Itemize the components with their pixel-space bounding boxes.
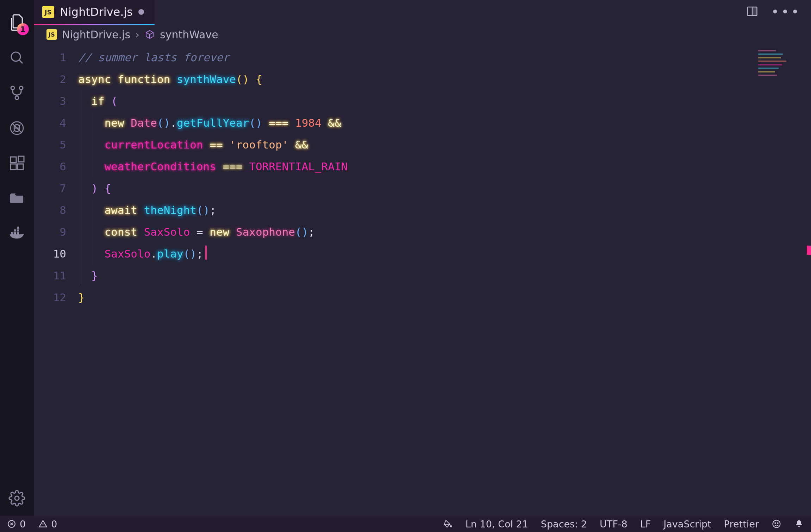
tab-active-underline	[34, 24, 155, 25]
errors-count: 0	[20, 519, 26, 530]
status-bar: 0 0 Ln 10, Col 21 Spaces: 2 UTF-8 LF Jav…	[0, 516, 811, 532]
js-file-icon: JS	[42, 6, 54, 18]
activity-folders[interactable]	[0, 181, 34, 216]
activity-run-debug[interactable]	[0, 110, 34, 146]
svg-point-20	[775, 523, 775, 524]
svg-rect-13	[17, 229, 19, 232]
warning-icon	[38, 519, 48, 528]
svg-point-3	[15, 96, 19, 100]
svg-point-2	[19, 86, 23, 90]
paint-bucket-icon	[443, 519, 453, 529]
explorer-badge: 1	[17, 23, 29, 35]
svg-rect-11	[17, 232, 19, 234]
code-line[interactable]: 7 ) {	[34, 177, 811, 199]
breadcrumb-file[interactable]: NightDrive.js	[62, 28, 130, 41]
line-number: 12	[34, 286, 78, 308]
svg-rect-7	[18, 164, 23, 170]
activity-settings[interactable]	[0, 481, 34, 516]
line-number: 3	[34, 90, 78, 112]
line-number: 10	[34, 243, 78, 265]
debug-disabled-icon	[8, 120, 25, 137]
code-content: }	[78, 265, 811, 286]
split-editor-icon	[746, 5, 759, 18]
gear-icon	[8, 490, 25, 507]
code-content: const SaxSolo = new Saxophone();	[78, 221, 811, 243]
chevron-right-icon: ›	[135, 28, 139, 41]
symbol-method-icon	[144, 29, 155, 40]
warnings-count: 0	[51, 519, 57, 530]
code-content: if (	[78, 90, 811, 112]
svg-point-15	[15, 496, 19, 500]
source-control-icon	[8, 84, 25, 101]
line-number: 11	[34, 265, 78, 286]
code-line[interactable]: 4 new Date().getFullYear() === 1984 &&	[34, 112, 811, 134]
tab-nightdrive[interactable]: JS NightDrive.js	[34, 0, 155, 24]
svg-rect-5	[11, 157, 16, 163]
activity-explorer[interactable]: 1	[0, 5, 34, 40]
code-line[interactable]: 1// summer lasts forever	[34, 46, 811, 68]
breadcrumb-symbol[interactable]: synthWave	[160, 28, 218, 41]
code-content: currentLocation == 'rooftop' &&	[78, 134, 811, 156]
svg-rect-17	[753, 8, 756, 15]
svg-rect-10	[14, 232, 16, 234]
code-line[interactable]: 3 if (	[34, 90, 811, 112]
svg-rect-8	[18, 156, 24, 162]
status-spaces[interactable]: Spaces: 2	[541, 519, 587, 530]
svg-point-21	[777, 523, 778, 524]
breadcrumb[interactable]: JS NightDrive.js › synthWave	[34, 24, 811, 45]
svg-point-1	[11, 86, 14, 90]
code-line[interactable]: 2async function synthWave() {	[34, 68, 811, 90]
line-number: 2	[34, 68, 78, 90]
split-editor-button[interactable]	[746, 5, 759, 19]
activity-search[interactable]	[0, 40, 34, 75]
extensions-icon	[8, 155, 25, 172]
code-line[interactable]: 8 await theNight();	[34, 199, 811, 221]
status-encoding[interactable]: UTF-8	[600, 519, 628, 530]
line-number: 6	[34, 156, 78, 177]
status-warnings[interactable]: 0	[38, 519, 57, 530]
code-line[interactable]: 11 }	[34, 265, 811, 286]
status-formatter[interactable]: Prettier	[724, 519, 759, 530]
error-icon	[7, 519, 16, 528]
code-line[interactable]: 9 const SaxSolo = new Saxophone();	[34, 221, 811, 243]
docker-icon	[8, 225, 25, 242]
modified-indicator-icon	[138, 9, 144, 15]
status-feedback[interactable]	[772, 519, 781, 529]
svg-point-0	[11, 52, 20, 61]
code-line[interactable]: 10 SaxSolo.play();	[34, 243, 811, 265]
code-line[interactable]: 6 weatherConditions === TORRENTIAL_RAIN	[34, 156, 811, 177]
svg-rect-12	[14, 229, 16, 232]
activity-extensions[interactable]	[0, 146, 34, 181]
js-file-icon: JS	[46, 29, 57, 40]
line-number: 1	[34, 46, 78, 68]
tab-label: NightDrive.js	[60, 5, 133, 19]
activity-bar: 1	[0, 0, 34, 516]
activity-docker[interactable]	[0, 216, 34, 251]
line-number: 4	[34, 112, 78, 134]
line-number: 9	[34, 221, 78, 243]
status-language[interactable]: JavaScript	[663, 519, 711, 530]
smiley-icon	[772, 519, 781, 529]
code-content: }	[78, 286, 811, 308]
editor-more-button[interactable]: •••	[771, 4, 801, 20]
status-notifications[interactable]	[794, 519, 804, 529]
more-icon: •••	[771, 4, 801, 20]
svg-rect-9	[11, 232, 13, 234]
activity-source-control[interactable]	[0, 75, 34, 110]
status-color-theme[interactable]	[443, 519, 453, 529]
line-number: 8	[34, 199, 78, 221]
text-cursor	[205, 246, 207, 260]
code-line[interactable]: 12}	[34, 286, 811, 308]
search-icon	[8, 49, 25, 66]
bell-icon	[794, 519, 804, 529]
status-lncol[interactable]: Ln 10, Col 21	[466, 519, 528, 530]
line-number: 5	[34, 134, 78, 156]
status-errors[interactable]: 0	[7, 519, 26, 530]
code-editor[interactable]: 1// summer lasts forever2async function …	[34, 45, 811, 516]
status-eol[interactable]: LF	[640, 519, 651, 530]
svg-point-19	[773, 520, 780, 528]
line-number: 7	[34, 177, 78, 199]
code-line[interactable]: 5 currentLocation == 'rooftop' &&	[34, 134, 811, 156]
svg-rect-14	[17, 227, 19, 229]
code-content: weatherConditions === TORRENTIAL_RAIN	[78, 156, 811, 177]
